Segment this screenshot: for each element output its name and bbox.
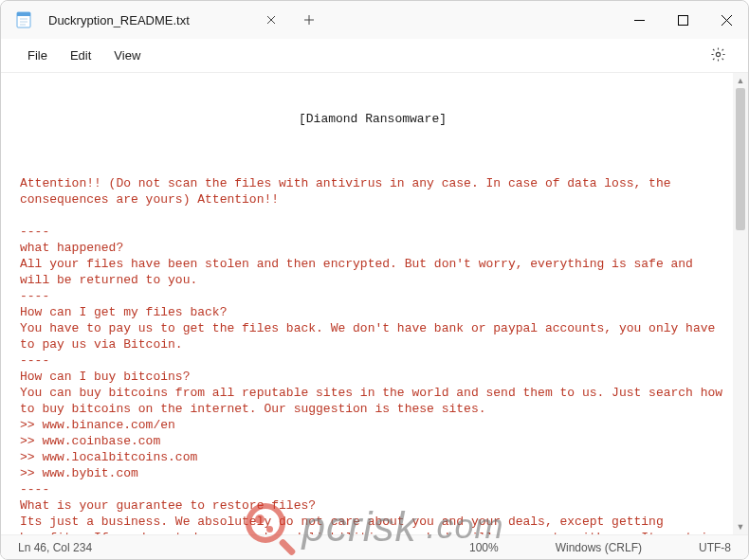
doc-line: ---- (20, 481, 725, 497)
gear-icon (710, 46, 726, 65)
svg-point-7 (716, 52, 720, 56)
status-zoom: 100% (469, 541, 499, 554)
scroll-down-arrow[interactable]: ▼ (733, 519, 748, 534)
titlebar: Duckryption_README.txt (1, 1, 748, 39)
status-line-ending: Windows (CRLF) (556, 541, 642, 554)
editor-area: [Diamond Ransomware] Attention!! (Do not… (1, 73, 748, 534)
doc-line: All your files have been stolen and then… (20, 256, 725, 288)
doc-line: ---- (20, 352, 725, 369)
scroll-thumb[interactable] (736, 88, 745, 230)
statusbar: Ln 46, Col 234 100% Windows (CRLF) UTF-8 (1, 534, 748, 559)
notepad-icon (16, 11, 31, 28)
vertical-scrollbar[interactable]: ▲ ▼ (733, 73, 748, 534)
menu-file[interactable]: File (16, 43, 59, 68)
maximize-button[interactable] (661, 1, 704, 39)
doc-line: You have to pay us to get the files back… (20, 320, 725, 352)
doc-line: You can buy bitcoins from all reputable … (20, 385, 725, 417)
doc-line (20, 159, 725, 175)
doc-line: >> www.coinbase.com (20, 433, 725, 449)
doc-line: what happened? (20, 240, 725, 256)
doc-line: >> www.bybit.com (20, 465, 725, 481)
notepad-window: Duckryption_README.txt File Edit View (0, 0, 749, 560)
status-cursor-position: Ln 46, Col 234 (18, 541, 92, 554)
menubar: File Edit View (1, 39, 748, 73)
close-button[interactable] (704, 1, 748, 39)
doc-line: >> www.binance.com/en (20, 417, 725, 433)
doc-line: ---- (20, 224, 725, 240)
tab-title: Duckryption_README.txt (48, 13, 190, 27)
window-controls (617, 1, 748, 39)
svg-rect-6 (678, 15, 687, 25)
text-editor[interactable]: [Diamond Ransomware] Attention!! (Do not… (1, 73, 733, 534)
tab-close-button[interactable] (258, 7, 284, 33)
doc-line: >> www.localbitcoins.com (20, 449, 725, 465)
minimize-button[interactable] (617, 1, 661, 39)
status-encoding: UTF-8 (699, 541, 731, 554)
doc-line: Attention!! (Do not scan the files with … (20, 175, 725, 208)
scroll-up-arrow[interactable]: ▲ (733, 73, 748, 88)
doc-line: How can I buy bitcoins? (20, 369, 725, 385)
menu-edit[interactable]: Edit (59, 43, 102, 68)
svg-rect-1 (17, 12, 30, 16)
new-tab-button[interactable] (296, 7, 322, 33)
doc-line (20, 208, 725, 224)
menu-view[interactable]: View (102, 43, 152, 68)
doc-header: [Diamond Ransomware] (20, 111, 725, 127)
doc-line: ---- (20, 288, 725, 304)
doc-line: How can I get my files back? (20, 304, 725, 320)
settings-button[interactable] (703, 41, 733, 71)
doc-line: Its just a business. We absolutely do no… (20, 514, 725, 534)
doc-line: What is your guarantee to restore files? (20, 497, 725, 514)
file-tab[interactable]: Duckryption_README.txt (45, 1, 201, 39)
